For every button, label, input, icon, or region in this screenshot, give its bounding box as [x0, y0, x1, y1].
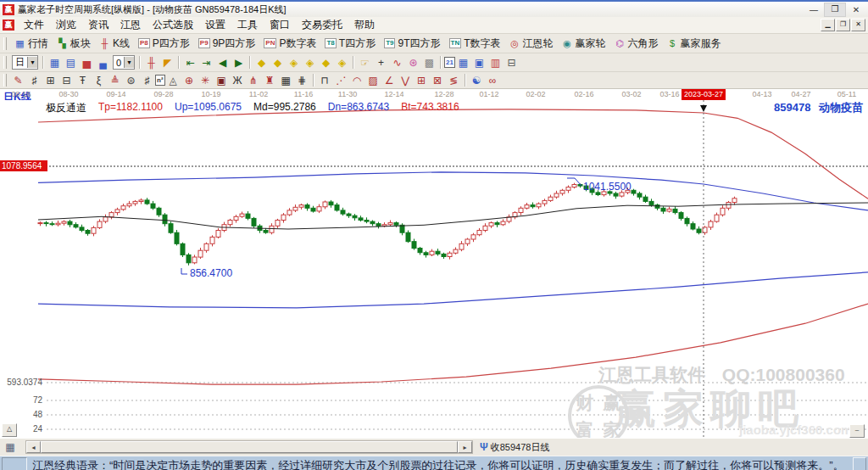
cycle-diamond-1-icon[interactable]: ◆ [253, 55, 270, 70]
crossbox-red-icon[interactable]: ⊠ [430, 74, 446, 87]
filled-box-tool-icon[interactable]: ▣ [214, 74, 230, 87]
taiji-icon[interactable]: ☯ [469, 74, 485, 87]
kline-style-icon[interactable]: ╫ [143, 55, 159, 70]
mdi-restore-button[interactable]: ❐ [836, 19, 850, 31]
sectors-button[interactable]: ▚板块 [53, 35, 95, 52]
angle-pen-icon[interactable]: ≜ [107, 74, 123, 87]
overlay-count-selector-value: 0 [116, 58, 121, 68]
tally-tool-icon[interactable]: ♯ [139, 74, 155, 87]
monitor-icon[interactable]: ▥ [487, 55, 504, 70]
cycle-diamond-2-icon[interactable]: ◆ [270, 55, 286, 70]
collapse-panel-button[interactable]: – [849, 424, 865, 438]
winner-wheel-button[interactable]: ◉赢家轮 [558, 35, 610, 52]
cycle-diamond-6-icon[interactable]: ◈ [334, 55, 350, 70]
cycle-diamond-3-icon[interactable]: ◈ [286, 55, 302, 70]
scroll-left-button[interactable]: ◂ [26, 441, 41, 453]
quotes-button[interactable]: ▦行情 [10, 35, 53, 52]
menu-item-news[interactable]: 资讯 [82, 18, 114, 32]
menu-item-file[interactable]: 文件 [18, 18, 50, 32]
vee-line-icon[interactable]: ⋁ [398, 74, 414, 87]
n2-tool[interactable]: n² [155, 75, 165, 86]
menu-item-tools[interactable]: 工具 [231, 18, 264, 32]
pattern-tool-icon[interactable]: ▩ [421, 55, 437, 70]
prev-bar-icon[interactable]: ◀ [214, 55, 231, 70]
wave-tool-icon[interactable]: ξ [91, 74, 107, 87]
t-table-button[interactable]: TNT数字表 [445, 35, 505, 52]
p-square-button[interactable]: P8P四方形 [134, 35, 194, 52]
p9-square-button[interactable]: P99P四方形 [194, 35, 259, 52]
next-bar-icon[interactable]: ▶ [231, 55, 247, 70]
k-marker-icon[interactable]: Ж [230, 74, 246, 87]
tower-tool-icon[interactable]: ♜ [262, 74, 278, 87]
fib-tool-icon[interactable]: Ŧ [75, 74, 91, 87]
gann-box2-icon[interactable]: ⊟ [58, 74, 75, 87]
gann-box-icon[interactable]: ⊞ [42, 74, 58, 87]
grid-ruler-icon[interactable]: ♯ [26, 74, 42, 87]
triangle-tool-icon[interactable]: ◬ [165, 74, 181, 87]
export-icon[interactable]: ⊟ [504, 55, 520, 70]
cycle-diamond-4-icon[interactable]: ◈ [302, 55, 318, 70]
line-chart-icon[interactable]: ▄ [95, 55, 111, 70]
lattice-icon[interactable]: ▦ [278, 74, 294, 87]
period-day-selector[interactable]: 日▼ [12, 55, 38, 70]
menu-item-gann[interactable]: 江恩 [114, 18, 147, 32]
winner-service-button[interactable]: $赢家服务 [663, 35, 726, 52]
minimize-button[interactable]: — [804, 3, 824, 16]
kline-chart[interactable]: 极反通道Tp=1182.1100Up=1095.0675Md=995.2786D… [0, 100, 868, 438]
gann-wheel-button[interactable]: ◎江恩轮 [505, 35, 558, 52]
keyboard-wizard-icon[interactable]: ▦ [3, 441, 18, 454]
angle-line-icon[interactable]: ∠ [381, 74, 398, 87]
last-bar-icon[interactable]: ⇥ [198, 55, 214, 70]
infinity-icon[interactable]: ∞ [485, 74, 501, 87]
crosshair-icon[interactable]: + [373, 55, 389, 70]
t-square-button[interactable]: T8T四方形 [320, 35, 380, 52]
color-flag-icon[interactable]: ◤ [159, 55, 175, 70]
curve-tool-icon[interactable]: ∿ [389, 55, 405, 70]
gate-tool-icon[interactable]: ⊓ [317, 74, 333, 87]
arc-tool-icon[interactable]: ◠ [349, 74, 365, 87]
t9-square-button[interactable]: T99T四方形 [380, 35, 444, 52]
first-bar-icon[interactable]: ⇤ [182, 55, 198, 70]
menu-item-settings[interactable]: 设置 [199, 18, 231, 32]
close-button[interactable]: ✕ [846, 3, 866, 16]
circle-tool-icon[interactable]: ⊜ [123, 74, 139, 87]
trend-pen-icon[interactable]: ✎ [10, 74, 26, 87]
pitchfork-tool-icon[interactable]: ⋔ [246, 74, 262, 87]
p-table-button[interactable]: PNP数字表 [259, 35, 320, 52]
cycle-diamond-5-icon[interactable]: ◆ [318, 55, 334, 70]
mdi-close-button[interactable]: ✕ [851, 19, 865, 31]
scroll-right-button[interactable]: ▸ [458, 441, 472, 453]
info-panel-icon[interactable]: ▤ [63, 55, 79, 70]
hand-pan-icon[interactable]: ☞ [357, 55, 373, 70]
hexagon-button[interactable]: ⌬六角形 [610, 35, 663, 52]
highlighted-date-label: 2023-03-27 [682, 89, 726, 100]
menu-item-help[interactable]: 帮助 [348, 18, 381, 32]
grid-red-icon[interactable]: ⊞ [414, 74, 430, 87]
window-grid-icon[interactable]: ▦ [47, 55, 63, 70]
flower-tool-icon[interactable]: ⊛ [405, 55, 421, 70]
resize-grip[interactable] [853, 457, 866, 470]
ray-fan-icon[interactable]: ⋰ [333, 74, 349, 87]
overlay-count-selector[interactable]: 0▼ [113, 55, 135, 70]
price-tag: 1078.9564 [0, 160, 47, 171]
scrollbar-thumb[interactable] [41, 441, 458, 453]
save-layout-icon[interactable]: ▣ [471, 55, 487, 70]
calendar-icon[interactable]: 21 [444, 57, 455, 68]
maximize-button[interactable]: ❐ [824, 3, 846, 17]
horizontal-scrollbar[interactable]: ◂ ▸ [25, 440, 473, 454]
expand-panel-button[interactable]: △ [2, 423, 17, 437]
menu-item-trade-entrust[interactable]: 交易委托 [296, 18, 348, 32]
compass-tool-icon[interactable]: ⊕ [181, 74, 198, 87]
menu-item-window[interactable]: 窗口 [264, 18, 296, 32]
date-axis: 日K线 08-1608-3009-1409-2810-1911-0211-161… [0, 89, 868, 100]
menu-item-formula-stock-pick[interactable]: 公式选股 [147, 18, 199, 32]
kline-button[interactable]: ╫K线 [95, 35, 134, 52]
star-tool-icon[interactable]: ✳ [198, 74, 214, 87]
calculator-icon[interactable]: ▦ [455, 55, 471, 70]
parallel-lines-icon[interactable]: ≶ [446, 74, 462, 87]
fence-icon[interactable]: ⋕ [294, 74, 310, 87]
hatch-box-icon[interactable]: ▨ [365, 74, 381, 87]
volume-chart-icon[interactable]: ▅ [79, 55, 95, 70]
mdi-minimize-button[interactable]: ▁ [821, 19, 835, 31]
menu-item-browse[interactable]: 浏览 [50, 18, 82, 32]
